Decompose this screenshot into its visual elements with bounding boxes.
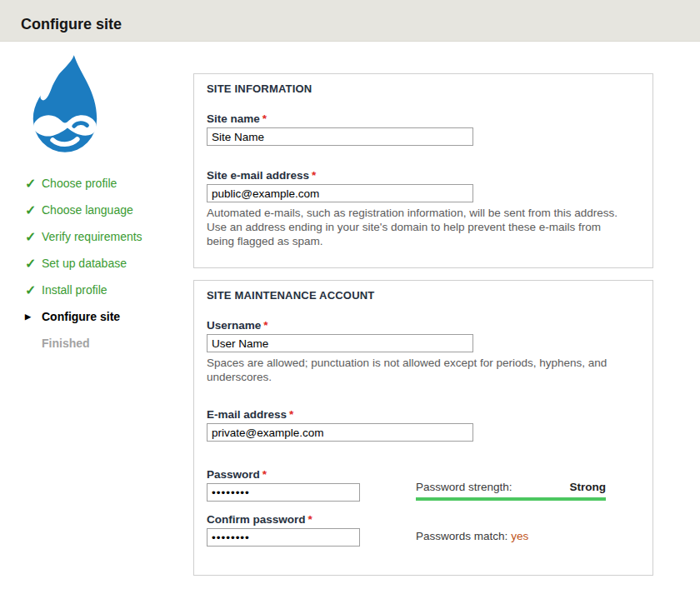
site-information-fieldset: SITE INFORMATION Site name* Site e-mail …: [193, 73, 653, 268]
passwords-match-label: Passwords match:: [416, 530, 508, 542]
check-icon: ✓: [25, 229, 42, 245]
fieldset-legend: SITE INFORMATION: [207, 82, 312, 95]
required-marker: *: [262, 468, 267, 481]
password-input[interactable]: [207, 483, 360, 502]
email-input[interactable]: [207, 423, 473, 442]
task-label: Configure site: [42, 310, 120, 323]
password-strength-bar: [416, 497, 606, 501]
task-finished: Finished: [25, 330, 142, 357]
username-label: Username*: [207, 319, 268, 332]
required-marker: *: [262, 112, 267, 125]
task-install-profile: ✓ Install profile: [25, 277, 142, 303]
username-description: Spaces are allowed; punctuation is not a…: [207, 356, 630, 384]
confirm-password-input[interactable]: [207, 528, 360, 547]
password-strength-value: Strong: [570, 481, 607, 493]
task-choose-profile: ✓ Choose profile: [25, 170, 142, 197]
email-label: E-mail address*: [207, 408, 293, 421]
drupal-logo-icon: [23, 53, 105, 158]
required-marker: *: [263, 319, 268, 332]
task-label: Finished: [42, 337, 90, 350]
site-email-input[interactable]: [207, 184, 473, 202]
passwords-match-value: yes: [511, 530, 528, 542]
current-arrow-icon: ▶: [25, 312, 42, 321]
site-email-label: Site e-mail address*: [207, 169, 316, 182]
page-title: Configure site: [21, 16, 122, 33]
install-task-list: ✓ Choose profile ✓ Choose language ✓ Ver…: [25, 170, 142, 357]
username-input[interactable]: [207, 334, 473, 352]
site-name-label: Site name*: [207, 112, 267, 125]
site-email-description: Automated e-mails, such as registration …: [207, 206, 630, 248]
task-label: Choose language: [42, 203, 133, 217]
required-marker: *: [308, 513, 312, 526]
confirm-password-label: Confirm password*: [207, 513, 312, 526]
task-configure-site: ▶ Configure site: [25, 303, 142, 330]
task-choose-language: ✓ Choose language: [25, 197, 142, 223]
check-icon: ✓: [25, 282, 42, 298]
password-label: Password*: [207, 468, 267, 481]
required-marker: *: [289, 408, 293, 421]
password-strength-indicator: Password strength: Strong: [416, 481, 606, 501]
check-icon: ✓: [25, 176, 42, 192]
check-icon: ✓: [25, 202, 42, 218]
fieldset-legend: SITE MAINTENANCE ACCOUNT: [207, 289, 374, 302]
task-label: Verify requirements: [42, 230, 142, 243]
task-set-up-database: ✓ Set up database: [25, 250, 142, 277]
page-header: Configure site: [0, 0, 700, 42]
task-label: Install profile: [42, 283, 108, 297]
password-strength-label: Password strength:: [416, 481, 512, 493]
passwords-match-indicator: Passwords match:yes: [416, 530, 528, 542]
site-name-input[interactable]: [207, 127, 473, 146]
task-label: Set up database: [42, 257, 127, 270]
task-verify-requirements: ✓ Verify requirements: [25, 223, 142, 250]
site-maintenance-account-fieldset: SITE MAINTENANCE ACCOUNT Username* Space…: [193, 280, 653, 576]
required-marker: *: [312, 169, 316, 182]
task-label: Choose profile: [42, 177, 117, 190]
check-icon: ✓: [25, 256, 42, 272]
